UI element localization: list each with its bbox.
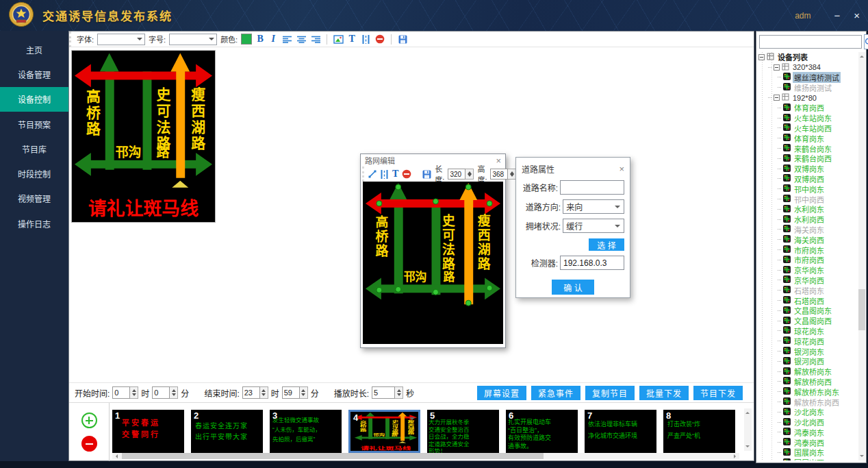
device-label[interactable]: 邗中岗东 xyxy=(793,184,826,195)
end-minute-input[interactable] xyxy=(282,386,300,399)
road-name-input[interactable] xyxy=(560,180,624,195)
sidebar-item[interactable]: 设备管理 xyxy=(0,62,68,86)
color-swatch[interactable] xyxy=(241,34,252,45)
collapse-icon[interactable] xyxy=(758,54,765,60)
scroll-right-icon[interactable] xyxy=(734,454,738,458)
device-label[interactable]: 市府岗西 xyxy=(793,254,826,265)
program-thumbnail-selected[interactable]: 4 高桥路 xyxy=(348,410,420,453)
copy-program-button[interactable]: 复制节目 xyxy=(585,386,635,400)
end-hour-stepper[interactable] xyxy=(242,386,268,399)
align-center-icon[interactable] xyxy=(296,34,307,45)
start-hour-stepper[interactable] xyxy=(112,386,138,399)
close-icon[interactable]: × xyxy=(854,10,860,21)
device-label[interactable]: 银河岗东 xyxy=(793,346,826,357)
sidebar-item[interactable]: 视频管理 xyxy=(0,186,68,211)
program-thumbnail[interactable]: 6 扎实开展电动车“百日整治”，有效预防道路交通事故。 xyxy=(506,410,578,453)
sidebar-item[interactable]: 节目库 xyxy=(0,136,68,161)
device-label[interactable]: 沙北岗西 xyxy=(793,417,826,428)
tree-row[interactable]: 文昌阁岗西 xyxy=(758,316,857,326)
device-label[interactable]: 解放桥岗东 xyxy=(793,366,833,377)
tree-row[interactable]: 石塔岗东 xyxy=(758,285,857,295)
sidebar-item[interactable]: 操作日志 xyxy=(0,211,68,236)
emergency-event-button[interactable]: 紧急事件 xyxy=(531,386,580,400)
device-label[interactable]: 水利岗西 xyxy=(793,214,826,225)
batch-send-button[interactable]: 批量下发 xyxy=(639,386,689,400)
draw-line-tool-icon[interactable] xyxy=(368,169,376,180)
device-label[interactable]: 解放桥岗西 xyxy=(793,376,833,387)
device-label[interactable]: 解放桥东岗西 xyxy=(793,397,841,408)
tree-row[interactable]: 海关岗西 xyxy=(758,234,857,245)
tree-row[interactable]: 体育岗西 xyxy=(758,103,857,113)
spinner-arrows[interactable] xyxy=(300,386,308,399)
tree-row[interactable]: 来鹤台岗东 xyxy=(758,143,857,153)
tree-row[interactable]: 文昌阁岗东 xyxy=(758,306,857,316)
end-minute-stepper[interactable] xyxy=(282,386,308,399)
device-label[interactable]: 火车站岗东 xyxy=(793,112,833,123)
program-thumbnail[interactable]: 1 平安春运交警同行 xyxy=(112,410,184,453)
tree-row[interactable]: 320*384 xyxy=(758,62,857,73)
program-thumbnail[interactable]: 8 打击改装“炸严查严处“机 xyxy=(663,410,735,453)
tree-row[interactable]: 火车站岗东 xyxy=(758,113,857,123)
length-input[interactable] xyxy=(448,169,465,180)
device-label[interactable]: 维扬岗测试 xyxy=(793,82,833,93)
tree-row[interactable]: 水利岗东 xyxy=(758,204,857,214)
italic-button[interactable]: I xyxy=(268,34,278,45)
duration-stepper[interactable] xyxy=(372,386,403,399)
length-stepper[interactable] xyxy=(448,169,474,180)
remove-program-icon[interactable] xyxy=(81,436,97,452)
tree-row[interactable]: 解放桥东岗东 xyxy=(758,386,857,397)
start-hour-input[interactable] xyxy=(112,386,130,399)
device-label[interactable]: 邗中岗西 xyxy=(793,194,826,205)
tree-row[interactable]: 邗中岗西 xyxy=(758,194,857,204)
tree-row[interactable]: 海关岗东 xyxy=(758,225,857,235)
tree-row[interactable]: 市府岗西 xyxy=(758,255,857,265)
program-thumbnail[interactable]: 2 春运安全连万家出行平安带大家 xyxy=(191,410,263,453)
confirm-button[interactable]: 确 认 xyxy=(552,280,594,295)
text-tool-icon[interactable]: T xyxy=(392,169,398,180)
spinner-arrows[interactable] xyxy=(130,386,138,399)
send-program-button[interactable]: 节目下发 xyxy=(693,386,743,400)
device-label[interactable]: 沙北岗东 xyxy=(793,406,826,417)
scroll-left-icon[interactable] xyxy=(114,454,118,458)
device-label[interactable]: 文昌阁岗东 xyxy=(793,305,833,316)
device-label[interactable]: 192*80 xyxy=(791,94,818,102)
device-label[interactable]: 水利岗东 xyxy=(793,204,826,214)
spinner-arrows[interactable] xyxy=(260,386,268,399)
start-minute-stepper[interactable] xyxy=(152,386,178,399)
sidebar-item[interactable]: 主页 xyxy=(0,37,68,62)
tree-row[interactable]: 邗中岗东 xyxy=(758,184,857,194)
collapse-icon[interactable] xyxy=(774,95,780,101)
spinner-arrows[interactable] xyxy=(170,386,178,399)
sidebar-item[interactable]: 设备控制 xyxy=(0,87,68,112)
device-label[interactable]: 解放桥东岗东 xyxy=(793,386,841,397)
align-right-icon[interactable] xyxy=(310,34,321,45)
device-search-input[interactable] xyxy=(759,35,862,49)
tree-row[interactable]: 国展岗东 xyxy=(758,447,857,458)
vertical-scrollbar[interactable] xyxy=(744,408,752,451)
collapse-icon[interactable] xyxy=(774,64,780,71)
device-label[interactable]: 双博岗西 xyxy=(793,173,826,184)
device-label[interactable]: 琼花岗西 xyxy=(793,336,826,347)
device-label[interactable]: 鸿泰岗西 xyxy=(793,437,826,448)
program-thumbnail[interactable]: 5 大力开展秋冬季交通安全整治百日会战，全力稳定道路交通安全形势！ xyxy=(427,410,499,453)
device-label[interactable]: 来鹤台岗东 xyxy=(793,143,833,154)
scrollbar-thumb[interactable] xyxy=(858,289,865,330)
font-select[interactable] xyxy=(97,34,145,45)
device-label[interactable]: 320*384 xyxy=(791,63,822,71)
bold-button[interactable]: B xyxy=(255,34,265,45)
device-label[interactable]: 国展岗西 xyxy=(793,457,826,460)
tree-row[interactable]: 琼花岗东 xyxy=(758,326,857,336)
road-direction-select[interactable]: 来向 xyxy=(563,199,624,214)
tree-row[interactable]: 双博岗东 xyxy=(758,164,857,174)
tree-row[interactable]: 解放桥岗东 xyxy=(758,367,857,377)
tree-row[interactable]: 水利岗西 xyxy=(758,214,857,225)
device-label[interactable]: 海关岗西 xyxy=(793,234,826,245)
select-detector-button[interactable]: 选 择 xyxy=(589,238,624,251)
sidebar-item[interactable]: 节目预案 xyxy=(0,112,68,136)
align-left-icon[interactable] xyxy=(281,34,292,45)
spinner-arrows[interactable] xyxy=(465,169,474,180)
image-tool-icon[interactable] xyxy=(333,34,344,45)
tree-row[interactable]: 解放桥岗西 xyxy=(758,377,857,387)
tree-row[interactable]: 火车站岗西 xyxy=(758,123,857,134)
congestion-select[interactable]: 缓行 xyxy=(563,219,624,233)
